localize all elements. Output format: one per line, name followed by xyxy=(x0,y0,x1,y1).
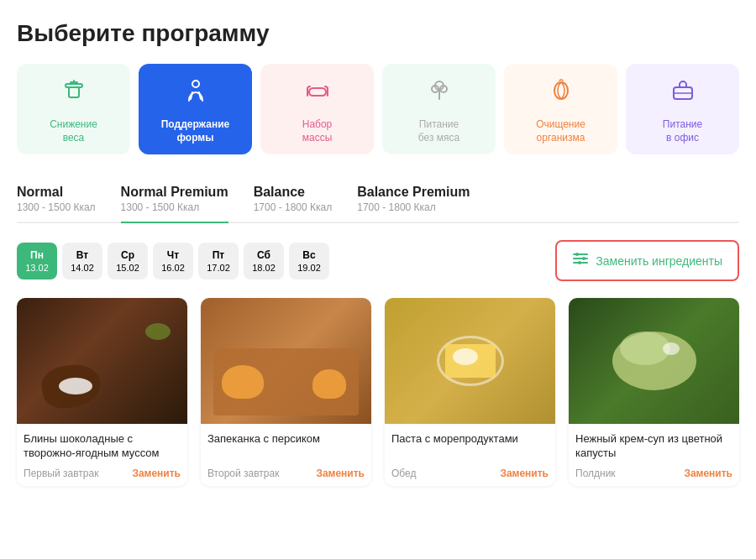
briefcase-icon xyxy=(669,77,696,110)
replace-ingredients-button[interactable]: Заменить ингредиенты xyxy=(555,240,739,281)
svg-point-19 xyxy=(575,253,579,256)
category-card-office[interactable]: Питаниев офис xyxy=(626,64,739,154)
category-card-cleanse[interactable]: Очищениеорганизма xyxy=(504,64,617,154)
meal-name-1: Блины шоколадные с творожно-ягодным мусс… xyxy=(24,432,181,461)
category-card-mass-gain[interactable]: Набормассы xyxy=(260,64,374,154)
meal-footer-2: Второй завтрак Заменить xyxy=(207,468,365,479)
svg-rect-1 xyxy=(69,87,79,97)
day-btn-fri[interactable]: Пт 17.02 xyxy=(198,243,239,280)
svg-point-20 xyxy=(582,257,585,260)
meal-name-3: Паста с морепродуктами xyxy=(391,432,549,461)
meal-replace-btn-3[interactable]: Заменить xyxy=(500,468,549,479)
meal-info-4: Нежный крем-суп из цветной капусты Полдн… xyxy=(569,424,739,486)
meal-card-1: Блины шоколадные с творожно-ягодным мусс… xyxy=(17,298,187,486)
tab-balance-premium[interactable]: Balance Premium 1700 - 1800 Ккал xyxy=(357,178,470,222)
meal-replace-btn-2[interactable]: Заменить xyxy=(316,468,365,479)
meal-footer-4: Полдник Заменить xyxy=(575,468,732,479)
meal-info-2: Запеканка с персиком Второй завтрак Заме… xyxy=(201,424,371,486)
day-btn-thu[interactable]: Чт 16.02 xyxy=(153,243,193,280)
meal-type-4: Полдник xyxy=(575,468,616,479)
category-card-weight-loss[interactable]: Снижениевеса xyxy=(17,64,130,154)
page-title: Выберите программу xyxy=(17,20,739,47)
muscle-icon xyxy=(304,77,331,110)
category-label-weight-loss: Снижениевеса xyxy=(50,118,97,144)
meal-card-4: Нежный крем-суп из цветной капусты Полдн… xyxy=(569,298,739,486)
meal-image-4 xyxy=(569,298,739,424)
torso-icon xyxy=(182,77,209,110)
svg-line-6 xyxy=(199,92,201,99)
meal-replace-btn-4[interactable]: Заменить xyxy=(684,468,732,479)
day-btn-sun[interactable]: Вс 19.02 xyxy=(289,243,329,280)
replace-btn-label: Заменить ингредиенты xyxy=(596,254,722,268)
category-label-cleanse: Очищениеорганизма xyxy=(536,118,585,144)
broccoli-icon xyxy=(426,77,453,110)
svg-point-13 xyxy=(554,82,568,99)
category-row: Снижениевеса Поддержаниеформы Набормассы xyxy=(17,64,739,154)
tab-balance[interactable]: Balance 1700 - 1800 Ккал xyxy=(254,178,333,222)
svg-point-4 xyxy=(192,81,199,87)
category-label-no-meat: Питаниебез мяса xyxy=(418,118,459,144)
meal-footer-1: Первый завтрак Заменить xyxy=(24,468,181,479)
meal-type-3: Обед xyxy=(391,468,416,479)
tab-normal[interactable]: Normal 1300 - 1500 Ккал xyxy=(17,178,96,222)
day-btn-mon[interactable]: Пн 13.02 xyxy=(17,243,57,280)
category-card-no-meat[interactable]: Питаниебез мяса xyxy=(382,64,496,154)
category-label-mass-gain: Набормассы xyxy=(302,118,333,144)
day-btn-wed[interactable]: Ср 15.02 xyxy=(108,243,148,280)
meal-image-3 xyxy=(385,298,555,424)
scale-icon xyxy=(60,77,87,110)
svg-point-21 xyxy=(578,261,581,264)
meal-image-1 xyxy=(17,298,187,424)
meal-replace-btn-1[interactable]: Заменить xyxy=(132,468,181,479)
day-btn-tue[interactable]: Вт 14.02 xyxy=(62,243,102,280)
category-card-maintain[interactable]: Поддержаниеформы xyxy=(139,64,252,154)
plan-tabs: Normal 1300 - 1500 Ккал Normal Premium 1… xyxy=(17,178,739,223)
meal-name-2: Запеканка с персиком xyxy=(207,432,365,461)
meal-type-2: Второй завтрак xyxy=(207,468,279,479)
tab-normal-premium[interactable]: Normal Premium 1300 - 1500 Ккал xyxy=(121,178,228,222)
sliders-icon xyxy=(572,250,589,271)
meal-image-2 xyxy=(201,298,371,424)
day-btn-sat[interactable]: Сб 18.02 xyxy=(244,243,284,280)
meal-info-3: Паста с морепродуктами Обед Заменить xyxy=(385,424,555,486)
svg-line-5 xyxy=(191,92,192,99)
meal-card-3: Паста с морепродуктами Обед Заменить xyxy=(385,298,555,486)
meal-card-2: Запеканка с персиком Второй завтрак Заме… xyxy=(201,298,371,486)
category-label-office: Питаниев офис xyxy=(663,118,702,144)
meal-grid: Блины шоколадные с творожно-ягодным мусс… xyxy=(17,298,739,486)
day-selector-row: Пн 13.02 Вт 14.02 Ср 15.02 Чт 16.02 Пт 1… xyxy=(17,240,739,281)
meal-type-1: Первый завтрак xyxy=(24,468,98,479)
meal-footer-3: Обед Заменить xyxy=(391,468,549,479)
meal-name-4: Нежный крем-суп из цветной капусты xyxy=(575,432,732,461)
meal-info-1: Блины шоколадные с творожно-ягодным мусс… xyxy=(17,424,187,486)
lemon-icon xyxy=(548,77,575,110)
category-label-maintain: Поддержаниеформы xyxy=(161,118,230,144)
